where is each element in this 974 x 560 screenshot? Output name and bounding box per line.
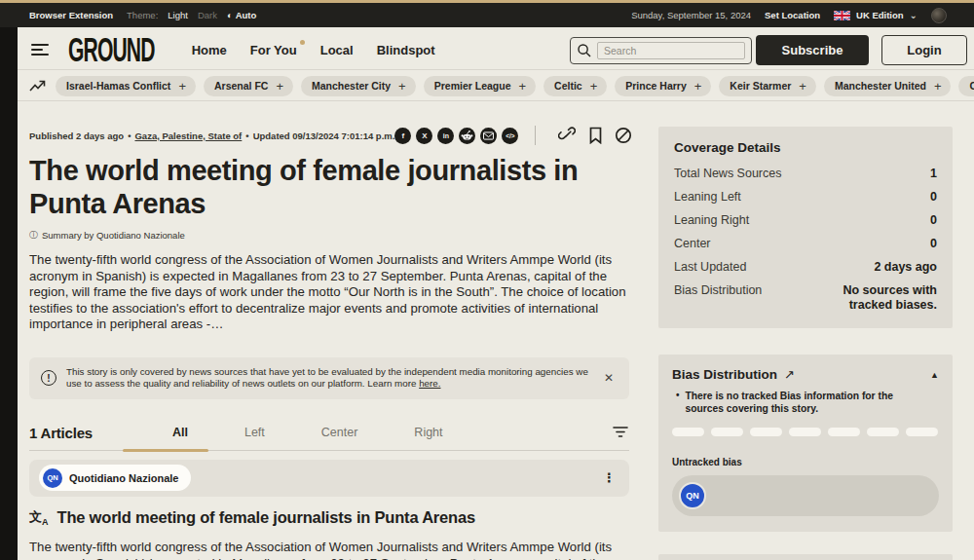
chevron-down-icon: ⌄: [910, 13, 918, 19]
external-link-icon: ↗: [784, 367, 795, 382]
bias-segment: [711, 428, 743, 436]
facebook-share-icon[interactable]: f: [394, 128, 411, 144]
add-topic-icon[interactable]: +: [799, 79, 806, 93]
add-topic-icon[interactable]: +: [694, 79, 702, 93]
bias-segment: [789, 428, 821, 436]
reddit-share-icon[interactable]: [459, 128, 475, 144]
bias-segment: [828, 428, 860, 436]
dot-separator: •: [128, 131, 131, 141]
tab-left[interactable]: Left: [244, 426, 265, 439]
trending-topics-row: Israel-Hamas Conflict+ Arsenal FC+ Manch…: [18, 71, 974, 101]
nav-for-you[interactable]: For You: [250, 43, 297, 57]
email-share-icon[interactable]: [480, 128, 497, 144]
theme-label: Theme:: [127, 10, 158, 20]
factuality-card: Factualityⓘ To view factuality data plea…: [658, 554, 953, 560]
topic-chip[interactable]: Israel-Hamas Conflict+: [56, 76, 196, 96]
bias-segment-row: [672, 428, 939, 436]
add-topic-icon[interactable]: +: [276, 79, 283, 93]
dot-separator: •: [245, 131, 248, 141]
topic-chip[interactable]: Prince Harry+: [615, 76, 711, 96]
topic-chip[interactable]: Arsenal FC+: [204, 76, 293, 96]
page: Browser Extension Theme: Light Dark ◐Aut…: [0, 0, 974, 560]
edition-label: UK Edition: [856, 10, 904, 20]
location-link[interactable]: Gaza, Palestine, State of: [134, 131, 242, 141]
topic-chip[interactable]: Manchester United+: [824, 76, 952, 96]
bias-tabs: All Left Center Right: [172, 426, 443, 439]
filter-icon[interactable]: [612, 424, 629, 444]
nav-local[interactable]: Local: [320, 43, 354, 57]
source-pill[interactable]: QN Quotidiano Nazionale: [39, 465, 191, 491]
bias-bullet-text: There is no tracked Bias information for…: [686, 390, 929, 415]
left-edge-strip: [0, 0, 18, 560]
coverage-row: Last Updated2 days ago: [674, 260, 937, 275]
topic-chip[interactable]: Manchester City+: [301, 76, 416, 96]
story-title: The world meeting of female journalists …: [29, 154, 629, 220]
auto-theme-icon: ◐: [227, 10, 233, 20]
learn-more-link[interactable]: here.: [419, 378, 440, 389]
user-avatar[interactable]: [931, 8, 947, 23]
add-topic-icon[interactable]: +: [178, 79, 186, 93]
topic-chip[interactable]: Keir Starmer+: [719, 76, 816, 96]
main-navbar: GROUND Home For You Local Blindspot Subs…: [18, 30, 974, 70]
story-meta: Published 2 days ago • Gaza, Palestine, …: [29, 131, 394, 141]
topic-chip[interactable]: Chelsea FC+: [958, 76, 974, 96]
set-location-button[interactable]: Set Location: [765, 10, 820, 20]
hide-story-icon[interactable]: [615, 127, 632, 144]
published-label: Published 2 days ago: [29, 131, 124, 141]
edition-selector[interactable]: UK Edition ⌄: [834, 10, 918, 20]
add-topic-icon[interactable]: +: [590, 79, 598, 93]
sidebar: Coverage Details Total News Sources1 Lea…: [658, 101, 953, 560]
coverage-row: Total News Sources1: [674, 167, 937, 181]
search-box: [570, 37, 752, 64]
add-topic-icon[interactable]: +: [934, 79, 942, 93]
bullet-icon: •: [676, 390, 680, 415]
topic-chip[interactable]: Premier League+: [424, 76, 536, 96]
close-icon[interactable]: ✕: [600, 371, 618, 385]
untracked-bias-label: Untracked bias: [672, 457, 939, 467]
story-meta-row: Published 2 days ago • Gaza, Palestine, …: [29, 126, 629, 145]
add-topic-icon[interactable]: +: [519, 79, 527, 93]
source-name: Quotidiano Nazionale: [69, 472, 178, 484]
bias-segment: [906, 428, 938, 436]
tab-all[interactable]: All: [172, 426, 188, 439]
theme-switcher: Theme: Light Dark ◐Auto: [127, 10, 256, 20]
bias-bullet-row: • There is no tracked Bias information f…: [672, 390, 939, 415]
menu-icon[interactable]: [31, 43, 51, 56]
add-topic-icon[interactable]: +: [398, 79, 406, 93]
bias-segment: [867, 428, 899, 436]
embed-share-icon[interactable]: </>: [502, 128, 518, 144]
nav-blindspot[interactable]: Blindspot: [377, 43, 435, 57]
login-button[interactable]: Login: [881, 35, 967, 65]
tab-right[interactable]: Right: [414, 426, 442, 439]
article-card: QN Quotidiano Nazionale ⋮ 文A The world m…: [29, 460, 629, 560]
x-share-icon[interactable]: X: [416, 128, 432, 144]
article-more-icon[interactable]: ⋮: [603, 470, 616, 485]
linkedin-share-icon[interactable]: in: [437, 128, 454, 144]
collapse-icon[interactable]: ▲: [930, 370, 939, 380]
bias-title-link[interactable]: Bias Distribution↗: [672, 367, 795, 382]
divider: [535, 126, 536, 145]
current-date: Sunday, September 15, 2024: [631, 10, 751, 20]
source-logo[interactable]: QN: [679, 482, 706, 509]
bookmark-icon[interactable]: [586, 127, 604, 144]
tab-center[interactable]: Center: [321, 426, 358, 439]
subscribe-button[interactable]: Subscribe: [756, 35, 869, 65]
unrated-sources-notice: ! This story is only covered by news sou…: [29, 357, 629, 399]
article-body-text: The twenty-fifth world congress of the A…: [29, 540, 629, 560]
search-input[interactable]: [597, 42, 745, 59]
theme-dark-button[interactable]: Dark: [198, 10, 217, 20]
coverage-details-card: Coverage Details Total News Sources1 Lea…: [658, 127, 953, 328]
coverage-row: Bias DistributionNo sources with tracked…: [674, 283, 937, 313]
share-row: f X in: [394, 126, 632, 145]
bias-segment: [750, 428, 782, 436]
copy-link-icon[interactable]: [558, 127, 576, 144]
active-tab-indicator: [123, 449, 208, 452]
ground-news-logo[interactable]: GROUND: [68, 30, 155, 70]
nav-home[interactable]: Home: [192, 43, 227, 57]
warning-icon: !: [41, 370, 56, 386]
topic-chip[interactable]: Celtic+: [543, 76, 607, 96]
article-headline[interactable]: The world meeting of female journalists …: [57, 508, 475, 527]
browser-extension-link[interactable]: Browser Extension: [29, 10, 113, 20]
theme-auto-button[interactable]: ◐Auto: [227, 10, 256, 20]
theme-light-button[interactable]: Light: [168, 10, 188, 20]
